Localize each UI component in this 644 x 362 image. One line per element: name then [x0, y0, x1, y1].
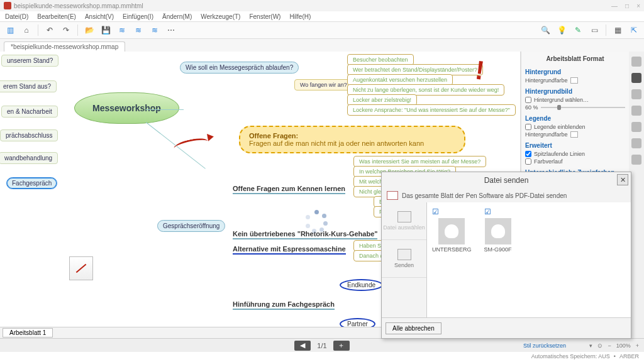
node-left-1[interactable]: erem Stand aus?	[0, 80, 57, 92]
export-icon[interactable]: ⇱	[628, 24, 640, 36]
sheet-tab[interactable]: Arbeitsblatt 1	[3, 328, 53, 337]
node-root[interactable]: Messeworkshop	[74, 92, 179, 124]
bulb-icon[interactable]: 💡	[555, 24, 568, 36]
panel-title: Arbeitsblatt Format	[525, 54, 625, 65]
home-icon[interactable]: ⌂	[20, 24, 33, 36]
menu-window[interactable]: Fenster(W)	[249, 13, 280, 20]
dialog-send-button[interactable]: Senden	[382, 240, 426, 278]
node-midbranch[interactable]: Gesprächseröffnung	[157, 220, 225, 232]
bgimg-check[interactable]	[525, 97, 531, 103]
topic-icon[interactable]: ≋	[116, 24, 128, 36]
fit-icon[interactable]: ⊙	[597, 343, 602, 349]
window-min[interactable]: —	[611, 3, 618, 9]
legend-show-check[interactable]	[525, 124, 531, 130]
node-left-0[interactable]: unserem Stand?	[1, 55, 58, 67]
cloud-body: Fragen auf die man nicht mit ja oder nei…	[249, 140, 424, 147]
loading-spinner	[306, 210, 328, 233]
bgimg-choose[interactable]: Hintergrund wählen…	[534, 97, 589, 103]
menu-tools[interactable]: Werkzeuge(T)	[201, 13, 240, 20]
node-top1[interactable]: Wie soll ein Messegespräch ablaufen?	[180, 62, 299, 74]
dialog-title: Datei senden	[484, 176, 529, 185]
dialog-close-button[interactable]: ✕	[617, 174, 628, 185]
adv-grad-check[interactable]	[525, 158, 531, 165]
strip-flag-icon[interactable]	[631, 106, 641, 116]
menubar: Datei(D) Bearbeiten(E) Ansicht(V) Einfüg…	[0, 11, 644, 21]
open-icon[interactable]: 📂	[83, 24, 96, 36]
document-tab[interactable]: *beispielkunde-messeworkshop.mmap	[4, 41, 125, 52]
strip-task-icon[interactable]	[631, 89, 641, 99]
adv-grad: Farbverlauf	[534, 158, 563, 165]
subtopic-icon[interactable]: ≋	[132, 24, 145, 36]
menu-modify[interactable]: Ändern(M)	[162, 13, 192, 20]
new-icon[interactable]: ▥	[4, 24, 16, 36]
section-s1[interactable]: Offene Fragen zum Kennen lernen	[233, 185, 345, 194]
dialog-cancel-all[interactable]: Alle abbrechen	[386, 322, 441, 334]
strip-comment-icon[interactable]	[631, 138, 641, 148]
dialog-choose-file-label: Datei auswählen	[383, 224, 425, 231]
zoom-value: 100%	[616, 343, 631, 349]
device-0-check[interactable]: ☑	[432, 207, 439, 216]
device-1-check[interactable]: ☑	[484, 207, 491, 216]
menu-view[interactable]: Ansicht(V)	[85, 13, 114, 20]
adv-taper: Spitzlaufende Linien	[534, 151, 585, 157]
send-file-dialog: Datei senden ✕ Das gesamte Blatt der Pen…	[381, 172, 631, 339]
strip-marker-icon[interactable]	[631, 73, 641, 83]
save-icon[interactable]: 💾	[99, 24, 112, 36]
device-0[interactable]: ☑ UNTERSBERG	[432, 207, 472, 312]
window-max[interactable]: □	[625, 3, 629, 9]
panel-sec-adv: Erweitert	[525, 142, 625, 149]
ink-exclaim: !	[474, 55, 487, 85]
section-s4[interactable]: Hinführung zum Fachgespräch	[233, 300, 335, 310]
menu-help[interactable]: Hilfe(H)	[289, 13, 311, 20]
menu-file[interactable]: Datei(D)	[5, 13, 28, 20]
folder-icon	[397, 211, 411, 222]
menu-edit[interactable]: Bearbeiten(E)	[37, 13, 76, 20]
node-cloud[interactable]: Offene Fragen: Fragen auf die man nicht …	[239, 126, 465, 153]
node-left-5[interactable]: Fachgespräch	[6, 177, 57, 189]
section-s3[interactable]: Alternative mit Espressomaschine	[233, 245, 346, 255]
legend-color-swatch[interactable]	[570, 131, 578, 138]
layout-icon[interactable]: ▦	[611, 24, 624, 36]
status-user: ARBER	[619, 353, 639, 359]
page-prev[interactable]: ◀	[294, 341, 311, 351]
dialog-desc: Das gesamte Blatt der Pen Software als P…	[402, 192, 567, 199]
filter-icon[interactable]: ▾	[589, 343, 592, 349]
strip-info-icon[interactable]	[631, 155, 641, 165]
redo-icon[interactable]: ↷	[60, 24, 72, 36]
strip-notes-icon[interactable]	[631, 122, 641, 132]
device-1-label: SM-G900F	[484, 246, 512, 253]
note-top-5[interactable]: Lockere Ansprache: "Und was interessiert…	[347, 104, 516, 116]
window-close[interactable]: ×	[636, 3, 640, 9]
opacity-slider[interactable]	[541, 107, 625, 108]
node-top2[interactable]: Wo fangen wir an?	[294, 79, 353, 90]
tag-icon[interactable]: ▭	[588, 24, 601, 36]
undo-icon[interactable]: ↶	[43, 24, 56, 36]
page-add[interactable]: ＋	[333, 341, 350, 351]
reset-style-link[interactable]: Stil zurücksetzen	[523, 343, 566, 349]
panel-sec-legend: Legende	[525, 115, 625, 122]
adv-taper-check[interactable]	[525, 151, 531, 157]
node-left-4[interactable]: wandbehandlung	[0, 152, 58, 164]
device-1[interactable]: ☑ SM-G900F	[484, 207, 512, 312]
pen-icon[interactable]: ✎	[572, 24, 584, 36]
bg-color-swatch[interactable]	[570, 77, 578, 84]
menu-insert[interactable]: Einfügen(I)	[123, 13, 153, 20]
node-left-2[interactable]: en & Nacharbeit	[1, 106, 58, 118]
search-icon[interactable]: 🔍	[539, 24, 552, 36]
cloud-title: Offene Fragen:	[249, 132, 455, 140]
node-left-3[interactable]: prächsabschluss	[0, 129, 58, 141]
strip-format-icon[interactable]	[631, 57, 641, 67]
circle-endkunde[interactable]: Endkunde	[340, 279, 383, 291]
opacity-value: 60 %	[525, 104, 538, 111]
zoom-out-icon[interactable]: −	[608, 343, 611, 349]
callout-icon[interactable]: ≋	[148, 24, 161, 36]
pager-bar: ◀ 1/1 ＋ Stil zurücksetzen ▾ ⊙ − 100% +	[0, 338, 644, 352]
dialog-choose-file: Datei auswählen	[382, 202, 426, 240]
more-icon[interactable]: ⋯	[165, 24, 177, 36]
dialog-send-label: Senden	[394, 262, 414, 268]
avatar-icon	[438, 218, 465, 244]
pen-tool-icon[interactable]	[69, 256, 93, 280]
bg-color-label: Hintergrundfarbe	[525, 77, 568, 84]
zoom-in-icon[interactable]: +	[636, 343, 639, 349]
page-indicator: 1/1	[317, 342, 326, 349]
